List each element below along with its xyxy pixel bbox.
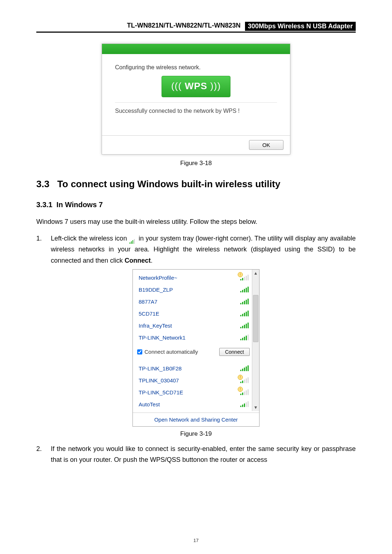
wifi-flyout: ▲ ▼ NetworkProfile~B19DDE_ZLP8877A75CD71… bbox=[132, 269, 260, 427]
network-name: TP-LINK_5CD71E bbox=[139, 389, 240, 395]
network-item[interactable]: TPLINK_030407 bbox=[137, 374, 250, 386]
step-2-body: If the network you would like to connect… bbox=[51, 443, 356, 465]
wps-dialog: Configuring the wireless network. WPS Su… bbox=[102, 44, 290, 155]
intro-paragraph: Windows 7 users may use the built-in wir… bbox=[36, 217, 356, 227]
header-models: TL-WN821N/TL-WN822N/TL-WN823N bbox=[36, 22, 245, 31]
step1-part3: . bbox=[151, 257, 152, 264]
signal-icon bbox=[240, 311, 248, 316]
figure-3-18-caption: Figure 3-18 bbox=[36, 160, 356, 167]
network-name: TP-LINK_Network1 bbox=[139, 335, 240, 341]
wps-divider bbox=[115, 102, 277, 103]
doc-header: TL-WN821N/TL-WN822N/TL-WN823N 300Mbps Wi… bbox=[36, 22, 356, 33]
connect-row: Connect automatically Connect bbox=[133, 346, 259, 360]
wps-badge: WPS bbox=[162, 76, 231, 97]
step-1-num: 1. bbox=[36, 233, 51, 266]
section-title: To connect using Windows built-in wirele… bbox=[57, 178, 281, 189]
network-item[interactable]: 5CD71E bbox=[137, 308, 250, 320]
wps-badge-wrap: WPS bbox=[115, 76, 277, 97]
network-item[interactable]: TP-LINK_Network1 bbox=[137, 332, 250, 344]
network-item[interactable]: NetworkProfile~ bbox=[137, 272, 250, 284]
svg-rect-1 bbox=[131, 241, 132, 244]
wps-success-text: Successfully connected to the network by… bbox=[115, 108, 277, 114]
network-item[interactable]: 8877A7 bbox=[137, 296, 250, 308]
header-product: 300Mbps Wireless N USB Adapter bbox=[245, 22, 356, 31]
network-name: NetworkProfile~ bbox=[139, 275, 240, 281]
connect-button[interactable]: Connect bbox=[219, 348, 250, 356]
network-name: TPLINK_030407 bbox=[139, 377, 240, 383]
scroll-up-icon[interactable]: ▲ bbox=[252, 270, 259, 277]
scroll-thumb[interactable] bbox=[253, 295, 258, 342]
svg-rect-3 bbox=[134, 239, 135, 244]
subsection-num: 3.3.1 bbox=[36, 201, 52, 209]
scroll-down-icon[interactable]: ▼ bbox=[252, 404, 259, 411]
subsection-title: In Windows 7 bbox=[57, 201, 103, 209]
signal-icon bbox=[240, 377, 248, 383]
network-name: 8877A7 bbox=[139, 299, 240, 305]
step1-part1: Left-click the wireless icon bbox=[51, 235, 129, 242]
step1-bold: Connect bbox=[124, 257, 151, 264]
svg-rect-0 bbox=[130, 242, 130, 244]
step-1-body: Left-click the wireless icon in your sys… bbox=[51, 233, 356, 266]
connect-auto-checkbox[interactable] bbox=[137, 349, 142, 354]
network-name: 5CD71E bbox=[139, 311, 240, 317]
network-name: B19DDE_ZLP bbox=[139, 287, 240, 293]
signal-icon bbox=[240, 275, 248, 280]
network-item[interactable]: AutoTest bbox=[137, 398, 250, 410]
flyout-list: NetworkProfile~B19DDE_ZLP8877A75CD71EInf… bbox=[133, 270, 259, 346]
connect-automatically[interactable]: Connect automatically bbox=[137, 349, 198, 355]
network-item[interactable]: TP-LINK_1B0F28 bbox=[137, 362, 250, 374]
signal-icon bbox=[240, 389, 248, 395]
signal-icon bbox=[240, 299, 248, 304]
connect-auto-label: Connect automatically bbox=[144, 349, 198, 355]
wps-configuring-text: Configuring the wireless network. bbox=[115, 64, 277, 71]
signal-icon bbox=[240, 287, 248, 292]
signal-icon bbox=[240, 335, 248, 340]
section-num: 3.3 bbox=[36, 178, 49, 189]
step-1: 1. Left-click the wireless icon in your … bbox=[36, 233, 356, 266]
svg-rect-2 bbox=[132, 240, 133, 244]
wps-dialog-footer: OK bbox=[102, 135, 290, 154]
network-name: TP-LINK_1B0F28 bbox=[139, 365, 240, 372]
wps-dialog-titlebar bbox=[102, 44, 290, 54]
wireless-tray-icon bbox=[130, 236, 136, 241]
step-2-num: 2. bbox=[36, 443, 51, 465]
ok-button[interactable]: OK bbox=[249, 140, 283, 150]
page-number: 17 bbox=[0, 538, 392, 543]
wps-dialog-body: Configuring the wireless network. WPS Su… bbox=[102, 54, 290, 135]
open-network-center-link[interactable]: Open Network and Sharing Center bbox=[133, 413, 259, 426]
step-2: 2. If the network you would like to conn… bbox=[36, 443, 356, 465]
section-heading: 3.3 To connect using Windows built-in wi… bbox=[36, 178, 356, 190]
network-item[interactable]: TP-LINK_5CD71E bbox=[137, 386, 250, 398]
network-name: Infra_KeyTest bbox=[139, 323, 240, 329]
subsection-heading: 3.3.1 In Windows 7 bbox=[36, 201, 356, 209]
figure-3-19-caption: Figure 3-19 bbox=[36, 430, 356, 438]
flyout-list-more: TP-LINK_1B0F28TPLINK_030407TP-LINK_5CD71… bbox=[133, 360, 259, 413]
network-item[interactable]: Infra_KeyTest bbox=[137, 320, 250, 332]
signal-icon bbox=[240, 365, 248, 371]
network-name: AutoTest bbox=[139, 401, 240, 407]
network-item[interactable]: B19DDE_ZLP bbox=[137, 284, 250, 296]
flyout-scrollbar[interactable]: ▲ ▼ bbox=[252, 270, 259, 411]
signal-icon bbox=[240, 401, 248, 407]
signal-icon bbox=[240, 323, 248, 328]
